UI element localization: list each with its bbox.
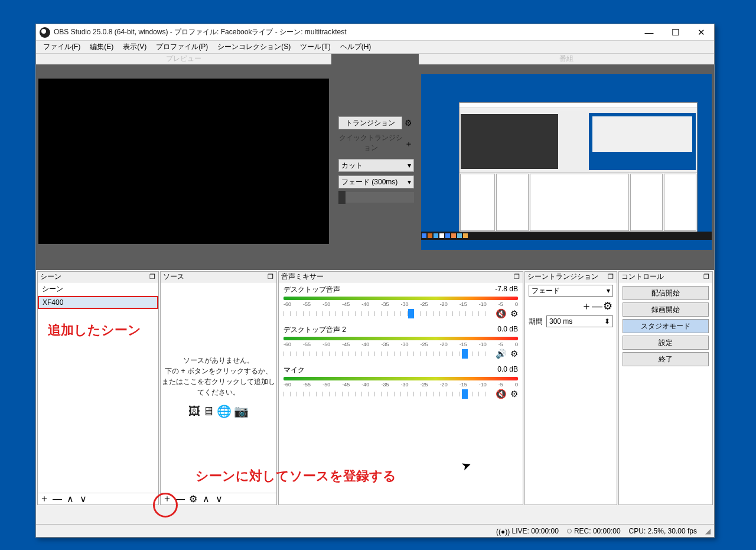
transitions-dock: シーントランジション❐ フェード▾ ＋ — ⚙ 期間 300 ms⬍ bbox=[524, 271, 617, 505]
preview-area: プレビュー bbox=[36, 54, 331, 270]
level-meter bbox=[284, 297, 518, 300]
channel-name: マイク bbox=[284, 365, 497, 375]
obs-window: OBS Studio 25.0.8 (64-bit, windows) - プロ… bbox=[35, 24, 715, 538]
preview-canvas[interactable] bbox=[38, 79, 329, 244]
remove-scene-button[interactable]: — bbox=[52, 494, 63, 505]
gear-icon[interactable]: ⚙ bbox=[510, 349, 518, 359]
window-title: OBS Studio 25.0.8 (64-bit, windows) - プロ… bbox=[54, 27, 636, 37]
sources-empty[interactable]: ソースがありません。 下の + ボタンをクリックするか、 またはここを右クリック… bbox=[161, 282, 276, 493]
move-down-icon[interactable]: ∨ bbox=[214, 494, 224, 505]
scenes-list: シーン XF400 bbox=[38, 282, 158, 493]
studio-mode-button[interactable]: スタジオモード bbox=[623, 319, 709, 333]
close-button[interactable]: ✕ bbox=[688, 24, 714, 41]
mute-icon[interactable]: 🔇 bbox=[496, 389, 507, 399]
start-streaming-button[interactable]: 配信開始 bbox=[623, 286, 709, 300]
t-bar-slider[interactable] bbox=[338, 192, 414, 203]
gear-icon[interactable]: ⚙ bbox=[402, 116, 414, 129]
menu-edit[interactable]: 編集(E) bbox=[85, 41, 118, 53]
controls-dock: コントロール❐ 配信開始 録画開始 スタジオモード 設定 終了 bbox=[618, 271, 713, 505]
sources-title: ソース bbox=[163, 272, 267, 282]
sources-empty-l3: またはここを右クリックして追加してください。 bbox=[161, 376, 276, 398]
program-canvas[interactable] bbox=[421, 74, 712, 250]
annotation-circle bbox=[153, 493, 178, 518]
menubar: ファイル(F) 編集(E) 表示(V) プロファイル(P) シーンコレクション(… bbox=[36, 41, 714, 54]
channel-name: デスクトップ音声 bbox=[284, 285, 495, 295]
globe-icon: 🌐 bbox=[217, 402, 232, 420]
menu-help[interactable]: ヘルプ(H) bbox=[335, 41, 376, 53]
sources-empty-l1: ソースがありません。 bbox=[183, 355, 254, 366]
minimize-button[interactable]: — bbox=[636, 24, 662, 41]
quick-trans-label: クイックトランジション bbox=[338, 133, 404, 153]
menu-scene-collection[interactable]: シーンコレクション(S) bbox=[213, 41, 295, 53]
obs-icon bbox=[40, 27, 50, 38]
minus-icon[interactable]: — bbox=[592, 300, 602, 313]
scene-item[interactable]: シーン bbox=[38, 282, 158, 296]
transition-select[interactable]: フェード▾ bbox=[529, 285, 613, 297]
undock-icon[interactable]: ❐ bbox=[267, 273, 274, 281]
preview-program-area: プレビュー トランジション ⚙ クイックトランジション＋ カット▾ フェード (… bbox=[36, 54, 714, 270]
annotation-added-scene: 追加したシーン bbox=[48, 321, 141, 339]
add-scene-button[interactable]: ＋ bbox=[39, 494, 50, 505]
gear-icon[interactable]: ⚙ bbox=[602, 300, 613, 313]
menu-view[interactable]: 表示(V) bbox=[118, 41, 151, 53]
transition-button[interactable]: トランジション bbox=[338, 116, 402, 129]
move-down-icon[interactable]: ∨ bbox=[78, 494, 89, 505]
transitions-title: シーントランジション bbox=[527, 272, 607, 282]
live-status: ((●)) LIVE: 00:00:00 bbox=[496, 527, 559, 535]
menu-tool[interactable]: ツール(T) bbox=[295, 41, 335, 53]
undock-icon[interactable]: ❐ bbox=[607, 273, 614, 281]
gear-icon[interactable]: ⚙ bbox=[510, 389, 518, 399]
speaker-icon[interactable]: 🔊 bbox=[496, 349, 507, 359]
channel-db: -7.8 dB bbox=[495, 285, 518, 295]
undock-icon[interactable]: ❐ bbox=[149, 273, 156, 281]
transition-controls: トランジション ⚙ クイックトランジション＋ カット▾ フェード (300ms)… bbox=[338, 116, 414, 203]
program-label: 番組 bbox=[419, 54, 714, 64]
status-bar: ((●)) LIVE: 00:00:00 REC: 00:00:00 CPU: … bbox=[36, 524, 714, 537]
gear-icon[interactable]: ⚙ bbox=[510, 308, 518, 319]
move-up-icon[interactable]: ∧ bbox=[201, 494, 211, 505]
mixer-channel-desktop2: デスクトップ音声 20.0 dB -60-55-50-45-40-35-30-2… bbox=[279, 323, 523, 363]
image-icon: 🖼 bbox=[188, 402, 200, 420]
scene-item-selected[interactable]: XF400 bbox=[38, 296, 158, 309]
fade-select[interactable]: フェード (300ms)▾ bbox=[338, 175, 414, 188]
move-up-icon[interactable]: ∧ bbox=[65, 494, 76, 505]
channel-name: デスクトップ音声 2 bbox=[284, 325, 497, 335]
annotation-register-source: シーンに対してソースを登録する bbox=[195, 467, 396, 485]
duration-label: 期間 bbox=[529, 317, 546, 327]
level-meter bbox=[284, 337, 518, 340]
maximize-button[interactable]: ☐ bbox=[662, 24, 688, 41]
program-content bbox=[459, 102, 698, 236]
volume-slider[interactable] bbox=[284, 352, 491, 356]
titlebar: OBS Studio 25.0.8 (64-bit, windows) - プロ… bbox=[36, 24, 714, 41]
undock-icon[interactable]: ❐ bbox=[513, 273, 520, 281]
mute-icon[interactable]: 🔇 bbox=[496, 308, 507, 319]
menu-file[interactable]: ファイル(F) bbox=[38, 41, 85, 53]
program-area: 番組 bbox=[419, 54, 714, 270]
sources-empty-l2: 下の + ボタンをクリックするか、 bbox=[165, 366, 272, 376]
start-recording-button[interactable]: 録画開始 bbox=[623, 302, 709, 317]
volume-slider[interactable] bbox=[284, 392, 491, 396]
volume-slider[interactable] bbox=[284, 311, 491, 316]
cut-select[interactable]: カット▾ bbox=[338, 159, 414, 172]
cpu-status: CPU: 2.5%, 30.00 fps bbox=[629, 527, 697, 535]
scenes-title: シーン bbox=[40, 272, 149, 282]
mixer-title: 音声ミキサー bbox=[281, 272, 513, 282]
plus-icon[interactable]: ＋ bbox=[404, 138, 414, 151]
source-settings-icon[interactable]: ⚙ bbox=[188, 494, 198, 505]
scenes-dock: シーン❐ シーン XF400 ＋ — ∧ ∨ bbox=[37, 271, 159, 505]
level-meter bbox=[284, 377, 518, 380]
resize-grip-icon[interactable]: ◢ bbox=[705, 527, 711, 535]
mixer-channel-desktop1: デスクトップ音声-7.8 dB -60-55-50-45-40-35-30-25… bbox=[279, 282, 523, 323]
exit-button[interactable]: 終了 bbox=[623, 352, 709, 366]
menu-profile[interactable]: プロファイル(P) bbox=[151, 41, 213, 53]
channel-db: 0.0 dB bbox=[497, 325, 518, 335]
rec-status: REC: 00:00:00 bbox=[567, 527, 621, 535]
preview-label: プレビュー bbox=[36, 54, 331, 64]
settings-button[interactable]: 設定 bbox=[623, 336, 709, 350]
duration-input[interactable]: 300 ms⬍ bbox=[546, 315, 613, 327]
plus-icon[interactable]: ＋ bbox=[581, 299, 592, 313]
monitor-icon: 🖥 bbox=[203, 402, 214, 420]
undock-icon[interactable]: ❐ bbox=[703, 273, 710, 281]
camera-icon: 📷 bbox=[234, 402, 249, 420]
controls-title: コントロール bbox=[621, 272, 703, 282]
